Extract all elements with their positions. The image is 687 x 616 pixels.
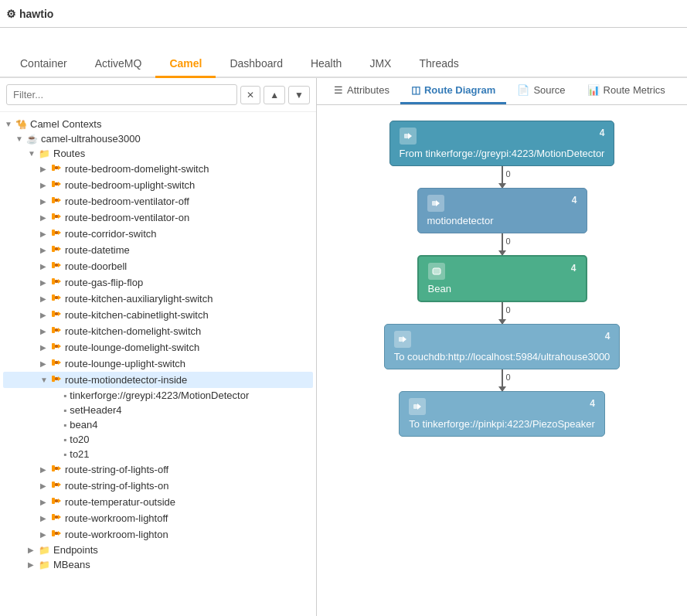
tree-node-icon	[51, 357, 62, 370]
svg-rect-52	[55, 516, 58, 519]
svg-marker-35	[58, 344, 61, 349]
panel-tab-route-metrics[interactable]: 📊Route Metrics	[576, 78, 676, 104]
tree-item-route-bedroom-domelight-switch[interactable]: ▶route-bedroom-domelight-switch	[3, 161, 313, 177]
diagram-node-from[interactable]: 4From tinkerforge://greypi:4223/MotionDe…	[389, 121, 615, 166]
svg-marker-26	[58, 295, 61, 300]
left-panel: ✕ ▲ ▼ ▼🐪Camel Contexts▼☕camel-ultrahouse…	[0, 78, 317, 616]
tree-item-tinkerforge---greypi-4223-motiondetector[interactable]: ▪tinkerforge://greypi:4223/MotionDetecto…	[3, 388, 313, 403]
svg-rect-37	[55, 361, 58, 364]
filter-down-button[interactable]: ▼	[288, 86, 310, 104]
filter-clear-button[interactable]: ✕	[240, 86, 260, 104]
tree-item-route-string-of-lights-on[interactable]: ▶route-string-of-lights-on	[3, 478, 313, 494]
right-panel: ☰Attributes◫Route Diagram📄Source📊Route M…	[317, 78, 687, 616]
filter-input[interactable]	[6, 84, 237, 105]
tree-arrow-icon: ▶	[40, 197, 48, 206]
tree-arrow-icon: ▶	[40, 262, 48, 271]
route-diagram: 4From tinkerforge://greypi:4223/MotionDe…	[340, 121, 664, 437]
tree-item-route-kitchen-auxiliarylight-switch[interactable]: ▶route-kitchen-auxiliarylight-switch	[3, 291, 313, 307]
tree-item-route-datetime[interactable]: ▶route-datetime	[3, 242, 313, 258]
tree-node-icon: 🐪	[15, 119, 27, 130]
tree-item-camel-ultrahouse3000[interactable]: ▼☕camel-ultrahouse3000	[3, 131, 313, 146]
svg-rect-10	[55, 215, 58, 218]
svg-marker-5	[58, 182, 61, 186]
tree-item-route-gas-flip-flop[interactable]: ▶route-gas-flip-flop	[3, 274, 313, 291]
tree-item-to20[interactable]: ▪to20	[3, 432, 313, 447]
svg-rect-4	[55, 182, 58, 185]
tree-item-endpoints[interactable]: ▶📁Endpoints	[3, 543, 313, 557]
tree-item-label: Camel Contexts	[30, 118, 101, 130]
tree-item-route-lounge-uplight-switch[interactable]: ▶route-lounge-uplight-switch	[3, 356, 313, 372]
tree-node-icon	[51, 292, 62, 305]
tree-item-label: route-corridor-switch	[65, 228, 156, 240]
diagram-node-to-tinkerforge[interactable]: 4To tinkerforge://pinkpi:4223/PiezoSpeak…	[399, 391, 605, 437]
tree-item-route-string-of-lights-off[interactable]: ▶route-string-of-lights-off	[3, 461, 313, 478]
svg-rect-55	[55, 532, 58, 535]
node-type-icon	[409, 398, 426, 415]
tree-node-icon: ▪	[63, 434, 66, 445]
tree-item-label: setHeader4	[70, 404, 121, 416]
svg-rect-25	[55, 296, 58, 299]
tree-item-routes[interactable]: ▼📁Routes	[3, 146, 313, 161]
node-connector: 0	[502, 369, 503, 391]
diagram-node-motiondetector[interactable]: 4motiondetector	[417, 188, 587, 233]
node-type-icon	[394, 331, 411, 348]
tree-item-label: camel-ultrahouse3000	[41, 133, 141, 145]
panel-tab-route-diagram[interactable]: ◫Route Diagram	[400, 78, 506, 104]
tree-item-route-temperatur-outside[interactable]: ▶route-temperatur-outside	[3, 494, 313, 510]
tree-item-route-kitchen-cabinetlight-switch[interactable]: ▶route-kitchen-cabinetlight-switch	[3, 307, 313, 323]
nav-tab-camel[interactable]: Camel	[155, 51, 216, 78]
svg-rect-16	[55, 247, 58, 250]
tree-item-route-corridor-switch[interactable]: ▶route-corridor-switch	[3, 226, 313, 242]
svg-rect-7	[55, 199, 58, 202]
diagram-node-to-couchdb[interactable]: 4To couchdb:http://localhost:5984/ultrah…	[384, 324, 621, 369]
tree-item-route-motiondetector-inside[interactable]: ▼route-motiondetector-inside	[3, 372, 313, 388]
node-label: motiondetector	[427, 215, 577, 226]
tree-item-route-bedroom-ventilator-on[interactable]: ▶route-bedroom-ventilator-on	[3, 209, 313, 226]
filter-up-button[interactable]: ▲	[264, 86, 285, 104]
tree-item-route-lounge-domelight-switch[interactable]: ▶route-lounge-domelight-switch	[3, 339, 313, 356]
diagram-node-bean[interactable]: 4Bean	[417, 255, 587, 302]
tree: ▼🐪Camel Contexts▼☕camel-ultrahouse3000▼📁…	[0, 112, 316, 616]
nav-tab-health[interactable]: Health	[297, 51, 355, 78]
tree-item-bean4[interactable]: ▪bean4	[3, 417, 313, 432]
svg-rect-33	[52, 343, 55, 349]
tree-node-icon: 📁	[39, 148, 50, 159]
tree-item-to21[interactable]: ▪to21	[3, 447, 313, 461]
attributes-tab-icon: ☰	[334, 84, 343, 96]
tree-item-label: route-string-of-lights-off	[65, 464, 168, 475]
connector-count-label: 0	[506, 305, 511, 315]
tree-node-icon: ▪	[63, 449, 66, 460]
node-label: To couchdb:http://localhost:5984/ultraho…	[394, 351, 610, 362]
svg-rect-34	[55, 345, 58, 348]
nav-tab-activemq[interactable]: ActiveMQ	[81, 51, 156, 78]
svg-rect-59	[432, 201, 436, 206]
tree-item-route-doorbell[interactable]: ▶route-doorbell	[3, 258, 313, 274]
svg-rect-1	[55, 166, 58, 169]
panel-tab-source[interactable]: 📄Source	[506, 78, 576, 104]
nav-tab-jmx[interactable]: JMX	[355, 51, 405, 78]
tree-arrow-icon: ▶	[28, 560, 36, 569]
tree-item-route-workroom-lighton[interactable]: ▶route-workroom-lighton	[3, 526, 313, 543]
node-type-icon	[400, 128, 417, 145]
tree-item-setheader4[interactable]: ▪setHeader4	[3, 403, 313, 417]
nav-tab-container[interactable]: Container	[6, 51, 81, 78]
tree-item-route-workroom-lightoff[interactable]: ▶route-workroom-lightoff	[3, 510, 313, 526]
tree-arrow-icon: ▶	[40, 181, 48, 189]
svg-marker-60	[436, 200, 440, 206]
svg-rect-62	[399, 337, 403, 342]
tree-item-camel-contexts[interactable]: ▼🐪Camel Contexts	[3, 117, 313, 131]
nav-tab-threads[interactable]: Threads	[405, 51, 472, 78]
tree-node-icon	[51, 195, 62, 208]
panel-tab-attributes[interactable]: ☰Attributes	[323, 78, 400, 104]
tree-item-mbeans[interactable]: ▶📁MBeans	[3, 557, 313, 572]
tree-item-route-bedroom-uplight-switch[interactable]: ▶route-bedroom-uplight-switch	[3, 177, 313, 193]
svg-rect-15	[52, 246, 55, 252]
tree-arrow-icon: ▶	[40, 311, 48, 319]
tree-item-route-kitchen-domelight-switch[interactable]: ▶route-kitchen-domelight-switch	[3, 323, 313, 339]
node-connector: 0	[502, 233, 503, 255]
route-diagram-tab-icon: ◫	[411, 84, 420, 96]
nav-tab-dashboard[interactable]: Dashboard	[216, 51, 297, 78]
tree-item-route-bedroom-ventilator-off[interactable]: ▶route-bedroom-ventilator-off	[3, 193, 313, 209]
node-count: 4	[572, 195, 577, 206]
svg-marker-50	[58, 499, 61, 503]
